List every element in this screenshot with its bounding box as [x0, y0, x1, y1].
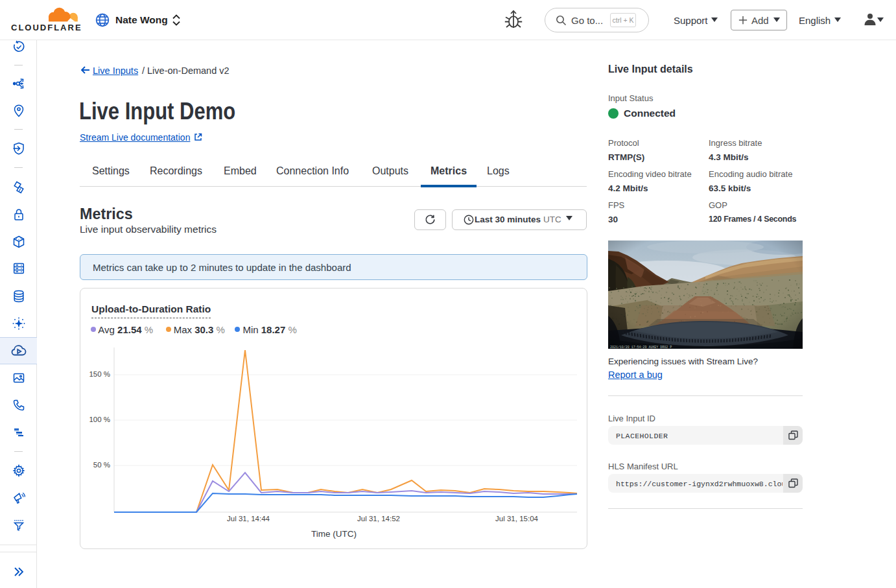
- svg-text:100 %: 100 %: [89, 416, 110, 423]
- svg-text:150 %: 150 %: [89, 370, 110, 378]
- svg-text:Time (UTC): Time (UTC): [311, 529, 357, 539]
- svg-text:Jul 31, 14:52: Jul 31, 14:52: [357, 515, 400, 523]
- svg-text:Jul 31, 15:04: Jul 31, 15:04: [495, 515, 538, 523]
- svg-text:2021/10/20 17:54:29 AUKEY DR02: 2021/10/20 17:54:29 AUKEY DR02 P: [610, 346, 672, 349]
- svg-text:50 %: 50 %: [93, 461, 110, 469]
- svg-text:Jul 31, 14:44: Jul 31, 14:44: [227, 515, 270, 523]
